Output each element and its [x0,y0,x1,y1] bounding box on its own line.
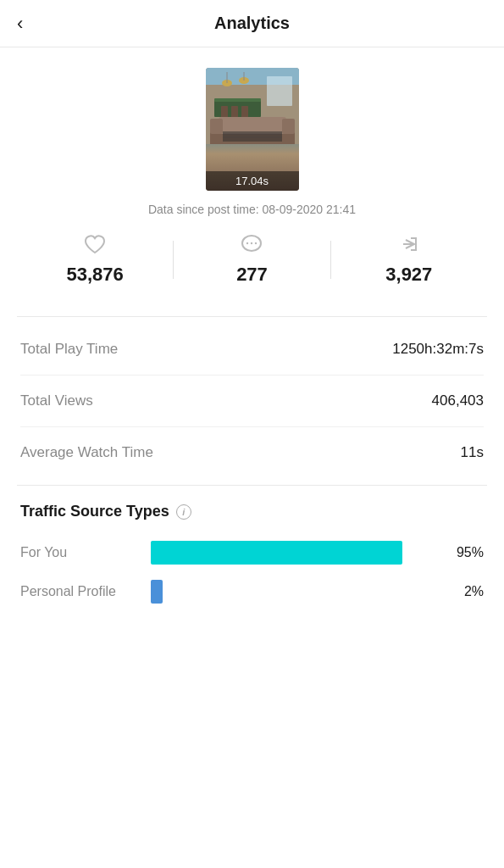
traffic-row-profile: Personal Profile 2% [20,580,484,604]
svg-point-22 [255,242,257,244]
metric-row-views: Total Views 406,403 [20,376,484,427]
traffic-section: Traffic Source Types i For You 95% Perso… [0,486,504,636]
svg-point-21 [251,242,252,244]
svg-rect-16 [223,131,282,142]
svg-rect-5 [231,106,238,119]
likes-stat: 53,876 [17,233,173,286]
stats-row: 53,876 277 3, [17,216,487,303]
metric-label-views: Total Views [20,392,93,409]
svg-point-20 [246,242,248,244]
traffic-percent-foryou: 95% [451,545,484,560]
bar-profile [151,580,163,604]
metric-label-playtime: Total Play Time [20,341,118,358]
comments-value: 277 [236,264,268,286]
back-button[interactable]: ‹ [17,13,23,35]
header: ‹ Analytics [0,0,504,47]
bar-container-profile [151,580,440,604]
comments-stat: 277 [174,233,330,286]
heart-icon [83,233,107,259]
info-icon[interactable]: i [176,504,191,520]
traffic-title: Traffic Source Types [20,503,169,520]
metric-row-watchtime: Average Watch Time 11s [20,427,484,478]
svg-rect-14 [210,119,223,134]
svg-rect-15 [282,119,295,134]
comment-icon [240,233,263,259]
traffic-label-profile: Personal Profile [20,584,139,599]
svg-rect-3 [214,98,261,102]
bar-foryou [151,541,402,565]
metric-row-playtime: Total Play Time 1250h:32m:7s [20,324,484,376]
video-section: 17.04s Data since post time: 08-09-2020 … [0,47,504,316]
svg-rect-4 [221,106,228,119]
traffic-percent-profile: 2% [451,584,484,599]
traffic-label-foryou: For You [20,545,139,560]
video-thumbnail[interactable]: 17.04s [206,68,299,191]
metric-label-watchtime: Average Watch Time [20,444,153,461]
video-duration: 17.04s [206,171,299,191]
page-title: Analytics [214,14,290,33]
share-icon [397,233,421,259]
traffic-row-foryou: For You 95% [20,541,484,565]
traffic-header: Traffic Source Types i [20,503,484,520]
metrics-section: Total Play Time 1250h:32m:7s Total Views… [0,317,504,485]
svg-rect-6 [241,106,248,119]
metric-value-watchtime: 11s [461,444,484,461]
bar-container-foryou [151,541,440,565]
shares-value: 3,927 [385,264,432,286]
post-time: Data since post time: 08-09-2020 21:41 [148,203,356,216]
svg-rect-11 [267,76,292,106]
metric-value-playtime: 1250h:32m:7s [392,341,484,358]
shares-stat: 3,927 [331,233,487,286]
likes-value: 53,876 [67,264,124,286]
metric-value-views: 406,403 [432,392,484,409]
